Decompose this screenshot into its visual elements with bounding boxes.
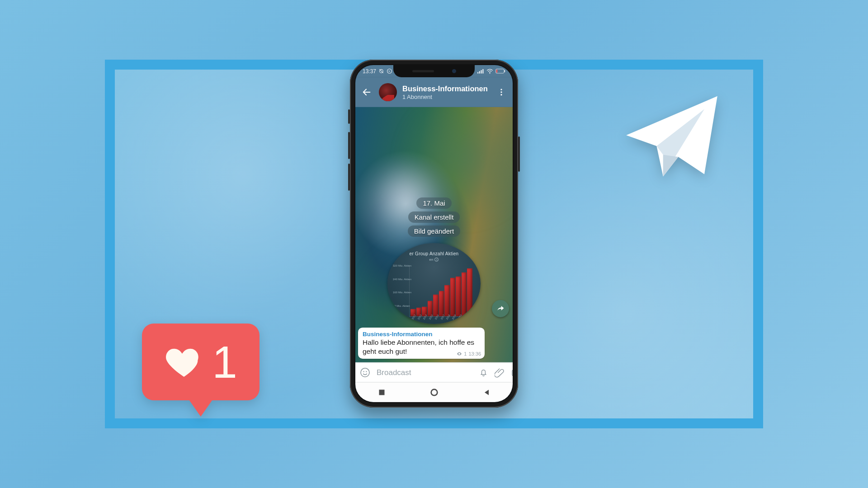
svg-point-11 bbox=[500, 91, 502, 93]
svg-rect-3 bbox=[481, 70, 482, 74]
battery-icon bbox=[495, 69, 505, 74]
svg-rect-7 bbox=[504, 70, 505, 72]
chart-bar bbox=[439, 291, 444, 316]
smiley-icon bbox=[360, 367, 370, 378]
channel-title-box[interactable]: Business-Informationen 1 Abonnent bbox=[402, 84, 489, 100]
circle-icon bbox=[430, 389, 438, 396]
phone-notch bbox=[393, 65, 475, 77]
share-arrow-icon bbox=[496, 304, 505, 313]
mute-schedule-button[interactable] bbox=[479, 367, 488, 378]
bell-icon bbox=[479, 368, 488, 377]
chart-bar bbox=[467, 268, 472, 316]
svg-rect-16 bbox=[512, 370, 513, 376]
share-button[interactable] bbox=[492, 300, 509, 317]
message-time: 13:36 bbox=[468, 351, 481, 357]
chart-bar bbox=[462, 272, 467, 316]
like-count: 1 bbox=[212, 339, 237, 385]
clock-text: 13:37 bbox=[363, 68, 376, 74]
svg-rect-2 bbox=[479, 71, 480, 73]
paperclip-icon bbox=[495, 367, 505, 377]
channel-avatar[interactable] bbox=[379, 83, 397, 101]
eye-icon bbox=[457, 351, 462, 357]
svg-rect-4 bbox=[482, 69, 483, 74]
triangle-left-icon bbox=[483, 389, 490, 396]
phone-side-button bbox=[518, 136, 520, 172]
square-icon bbox=[378, 389, 385, 396]
message-input-bar bbox=[355, 362, 513, 382]
phone-side-button bbox=[348, 164, 350, 191]
phone-side-button bbox=[348, 109, 350, 124]
heart-icon bbox=[164, 342, 204, 382]
channel-subscribers: 1 Abonnent bbox=[402, 93, 489, 100]
channel-title: Business-Informationen bbox=[402, 84, 488, 93]
svg-rect-19 bbox=[379, 389, 384, 395]
nav-back-button[interactable] bbox=[482, 388, 491, 396]
nav-home-button[interactable] bbox=[430, 388, 438, 396]
svg-rect-1 bbox=[477, 72, 478, 74]
round-video-message[interactable]: er Group Anzahl Aktien en i 320 Mio. Akt… bbox=[387, 243, 481, 324]
date-divider: 17. Mai bbox=[416, 197, 451, 209]
camera-button[interactable] bbox=[511, 367, 513, 378]
chart-bar bbox=[456, 277, 461, 316]
svg-point-15 bbox=[366, 371, 367, 372]
message-meta: 1 13:36 bbox=[457, 351, 481, 357]
emoji-button[interactable] bbox=[360, 367, 370, 378]
svg-point-12 bbox=[500, 94, 502, 95]
alarm-off-icon bbox=[378, 68, 384, 74]
back-button[interactable] bbox=[360, 85, 373, 99]
info-icon: i bbox=[434, 258, 439, 262]
signal-icon bbox=[477, 69, 484, 74]
wifi-icon bbox=[486, 68, 493, 74]
chat-area[interactable]: 17. Mai Kanal erstellt Bild geändert er … bbox=[355, 107, 513, 362]
chart-bar bbox=[450, 278, 456, 316]
phone-screen: 13:37 Business-Information bbox=[355, 65, 513, 402]
chart-subtitle: en i bbox=[429, 258, 439, 262]
chat-header: Business-Informationen 1 Abonnent bbox=[355, 77, 513, 107]
chart-bar bbox=[433, 295, 439, 316]
svg-rect-8 bbox=[496, 70, 498, 73]
chart-body: 320 Mio. Aktien240 Mio. Aktien160 Mio. A… bbox=[396, 265, 472, 323]
svg-point-5 bbox=[490, 73, 491, 74]
svg-point-13 bbox=[361, 368, 369, 377]
camera-icon bbox=[511, 367, 513, 378]
svg-point-0 bbox=[387, 69, 392, 74]
chart-title: er Group Anzahl Aktien bbox=[410, 251, 459, 256]
message-views: 1 bbox=[464, 351, 467, 357]
like-badge: 1 bbox=[142, 324, 259, 400]
more-vertical-icon bbox=[497, 88, 506, 97]
system-message-channel-created: Kanal erstellt bbox=[408, 211, 460, 223]
more-options-button[interactable] bbox=[495, 85, 508, 99]
svg-point-14 bbox=[363, 371, 364, 372]
chart-bar bbox=[444, 285, 450, 316]
svg-point-20 bbox=[431, 389, 437, 396]
system-message-image-changed: Bild geändert bbox=[408, 225, 460, 237]
android-nav-bar bbox=[355, 382, 513, 402]
message-bubble[interactable]: Business-Informationen Hallo liebe Abonn… bbox=[358, 328, 485, 359]
message-sender: Business-Informationen bbox=[363, 331, 480, 338]
stage: 1 13:37 bbox=[105, 60, 763, 428]
phone-frame: 13:37 Business-Information bbox=[350, 60, 518, 408]
attach-button[interactable] bbox=[495, 367, 505, 378]
nav-recent-button[interactable] bbox=[377, 388, 386, 396]
phone-side-button bbox=[348, 132, 350, 159]
telegram-plane-icon bbox=[609, 83, 735, 192]
broadcast-input[interactable] bbox=[377, 368, 472, 377]
arrow-left-icon bbox=[362, 87, 372, 97]
svg-point-10 bbox=[500, 89, 502, 90]
whatsapp-icon bbox=[387, 68, 392, 74]
